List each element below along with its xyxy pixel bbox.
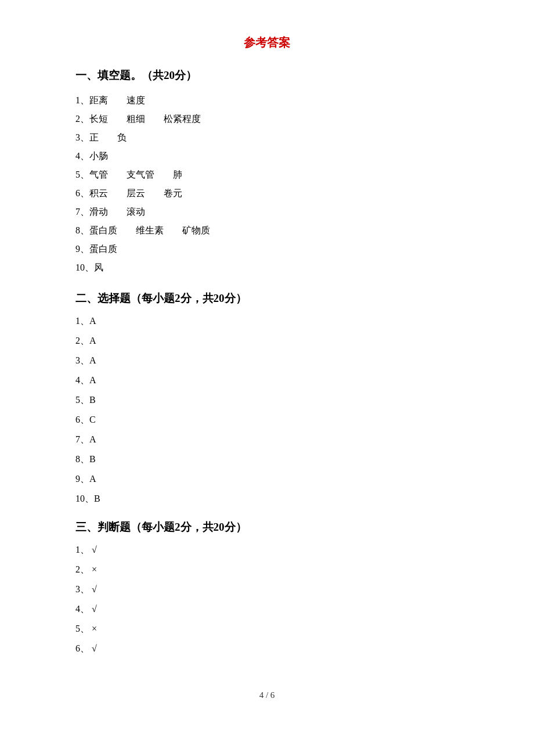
section-judge: 三、判断题（每小题2分，共20分） 1、 √ 2、 × 3、 √ 4、 √ 5、…: [75, 520, 459, 656]
fill-item-7: 7、滑动 滚动: [75, 203, 459, 221]
page-title: 参考答案: [75, 35, 459, 51]
mc-item-3: 3、A: [75, 354, 459, 368]
section2-heading: 二、选择题（每小题2分，共20分）: [75, 291, 459, 306]
judge-item-1: 1、 √: [75, 543, 459, 557]
judge-item-2: 2、 ×: [75, 563, 459, 577]
mc-item-6: 6、C: [75, 413, 459, 427]
fill-in-items: 1、距离 速度 2、长短 粗细 松紧程度 3、正 负 4、小肠 5、气管 支气管…: [75, 91, 459, 277]
judge-item-4: 4、 √: [75, 602, 459, 616]
judge-item-3: 3、 √: [75, 582, 459, 596]
fill-item-8: 8、蛋白质 维生素 矿物质: [75, 221, 459, 240]
mc-items: 1、A 2、A 3、A 4、A 5、B 6、C 7、A 8、B 9、A 10、B: [75, 314, 459, 506]
mc-item-5: 5、B: [75, 393, 459, 407]
page-footer: 4 / 6: [75, 690, 459, 700]
fill-item-1: 1、距离 速度: [75, 91, 459, 110]
mc-item-10: 10、B: [75, 492, 459, 506]
mc-item-2: 2、A: [75, 334, 459, 348]
section3-heading: 三、判断题（每小题2分，共20分）: [75, 520, 459, 535]
section-multiple-choice: 二、选择题（每小题2分，共20分） 1、A 2、A 3、A 4、A 5、B 6、…: [75, 291, 459, 506]
judge-items: 1、 √ 2、 × 3、 √ 4、 √ 5、 × 6、 √: [75, 543, 459, 656]
mc-item-7: 7、A: [75, 433, 459, 447]
mc-item-9: 9、A: [75, 472, 459, 486]
fill-item-9: 9、蛋白质: [75, 240, 459, 258]
fill-item-5: 5、气管 支气管 肺: [75, 165, 459, 184]
judge-item-6: 6、 √: [75, 642, 459, 656]
fill-item-3: 3、正 负: [75, 128, 459, 147]
fill-item-2: 2、长短 粗细 松紧程度: [75, 110, 459, 128]
section1-heading: 一、填空题。（共20分）: [75, 68, 459, 83]
mc-item-8: 8、B: [75, 452, 459, 466]
mc-item-4: 4、A: [75, 373, 459, 387]
judge-item-5: 5、 ×: [75, 622, 459, 636]
fill-item-6: 6、积云 层云 卷元: [75, 184, 459, 203]
fill-item-10: 10、风: [75, 258, 459, 277]
mc-item-1: 1、A: [75, 314, 459, 328]
fill-item-4: 4、小肠: [75, 147, 459, 165]
section-fill-in: 一、填空题。（共20分） 1、距离 速度 2、长短 粗细 松紧程度 3、正 负 …: [75, 68, 459, 277]
